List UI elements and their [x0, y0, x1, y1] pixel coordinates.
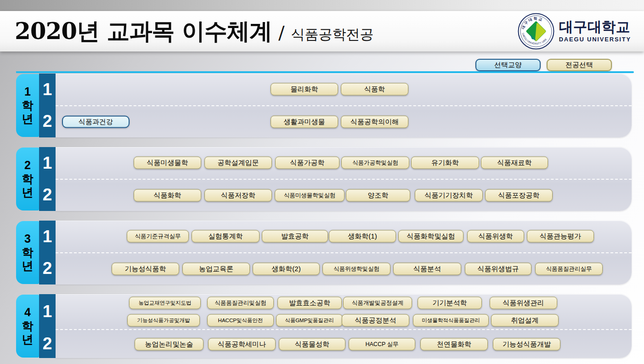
course-button[interactable]: HACCP 실무 — [349, 338, 415, 350]
section-body: 농업교재연구및지도법식품품질관리및실험발효효소공학식품개발및공정설계기기분석학식… — [56, 294, 632, 358]
semester-2-lane: 식품과건강생활과미생물식품공학의이해 — [56, 106, 632, 138]
course-button[interactable]: 유기화학 — [411, 157, 479, 169]
year-label-tab: 1학년 — [16, 74, 39, 137]
course-button[interactable]: 식품가공학및실험 — [341, 157, 409, 169]
course-button[interactable]: 발효효소공학 — [277, 297, 342, 309]
semester-number-column: 12 — [39, 147, 56, 211]
semester-1-lane: 물리화학식품학 — [56, 74, 632, 106]
semester-2-lane: 식품화학식품저장학식품미생물학및실험양조학식품기기장치학식품포장공학 — [56, 180, 632, 211]
semester-number-column: 12 — [39, 221, 56, 284]
course-button[interactable]: 취업설계 — [491, 314, 559, 327]
course-button[interactable]: HACCP및식품안전 — [207, 314, 274, 327]
year-label-line: 년 — [22, 259, 34, 273]
course-button[interactable]: 공학설계입문 — [204, 157, 272, 169]
semester-number: 2 — [39, 106, 56, 138]
semester-2-lane: 기능성식품학농업교육론생화학(2)식품위생학및실험식품분석식품위생법규식품품질관… — [56, 253, 632, 285]
course-button[interactable]: 생화학(2) — [253, 262, 320, 275]
year-label-line: 년 — [22, 333, 34, 347]
course-button[interactable]: 식품공정분석 — [342, 314, 409, 327]
course-button[interactable]: 미생물학적식품품질관리 — [413, 314, 489, 327]
course-button[interactable]: 식품포장공학 — [485, 189, 553, 201]
year-label-line: 년 — [22, 186, 34, 199]
course-button[interactable]: 식품공학세미나 — [208, 338, 276, 350]
course-button[interactable]: 양조학 — [346, 189, 410, 201]
top-gradient-bar — [0, 0, 644, 11]
title-separator: / — [278, 22, 284, 43]
course-button[interactable]: 식품품질관리및실험 — [207, 297, 274, 309]
course-button[interactable]: 발효공학 — [262, 230, 328, 243]
course-button[interactable]: 식품과건강 — [62, 115, 130, 128]
year-section-1: 1학년12물리화학식품학식품과건강생활과미생물식품공학의이해 — [16, 74, 632, 137]
course-button[interactable]: 기능성식품학 — [112, 262, 179, 275]
title-block: 2020년 교과목 이수체계 / 식품공학전공 — [15, 16, 373, 47]
course-button[interactable]: 식품미생물학및실험 — [275, 189, 345, 201]
course-button[interactable]: 실험통계학 — [192, 230, 260, 243]
course-button[interactable]: 기기분석학 — [418, 297, 482, 309]
course-button[interactable]: 식품기준규격실무 — [127, 230, 189, 243]
university-logo: 대 구 대 학 교 DAEGU UNIVERSITY 1956 대구대학교 DA… — [518, 13, 635, 50]
year-section-3: 3학년12식품기준규격실무실험통계학발효공학생화학(1)식품화학및실험식품위생학… — [16, 221, 632, 284]
cyan-accent-line — [16, 71, 634, 73]
year-section-4: 4학년12농업교재연구및지도법식품품질관리및실험발효효소공학식품개발및공정설계기… — [16, 294, 632, 358]
course-button[interactable]: 물리화학 — [271, 83, 338, 96]
course-button[interactable]: 식품위생법규 — [465, 262, 531, 275]
section-body: 식품미생물학공학설계입문식품가공학식품가공학및실험유기화학식품재료학식품화학식품… — [56, 147, 632, 211]
year-section-2: 2학년12식품미생물학공학설계입문식품가공학식품가공학및실험유기화학식품재료학식… — [16, 147, 632, 211]
course-button[interactable]: 천연물화학 — [420, 338, 488, 350]
course-button[interactable]: 식품물성학 — [279, 338, 345, 350]
course-button[interactable]: 기능성식품가공및개발 — [127, 314, 200, 327]
course-button[interactable]: 식품화학및실험 — [398, 230, 463, 243]
year-label-line: 학 — [22, 99, 34, 113]
course-row: 식품화학식품저장학식품미생물학및실험양조학식품기기장치학식품포장공학 — [56, 180, 632, 211]
legend-major-elective-button[interactable]: 전공선택 — [547, 59, 612, 71]
course-button[interactable]: 식품분석 — [393, 262, 461, 275]
course-row: 식품미생물학공학설계입문식품가공학식품가공학및실험유기화학식품재료학 — [56, 147, 632, 179]
course-button[interactable]: 농업교육론 — [182, 262, 250, 275]
course-button[interactable]: 식품가공학 — [275, 157, 339, 169]
course-button[interactable]: 식품품질관리실무 — [535, 262, 603, 275]
years: 1학년12물리화학식품학식품과건강생활과미생물식품공학의이해2학년12식품미생물… — [0, 74, 644, 358]
course-button[interactable]: 농업논리및논술 — [135, 338, 203, 350]
year-label-tab: 3학년 — [16, 221, 39, 284]
course-button[interactable]: 식품화학 — [134, 189, 201, 201]
semester-number: 1 — [39, 221, 56, 253]
year-label-line: 년 — [22, 112, 34, 126]
course-row: 농업논리및논술식품공학세미나식품물성학HACCP 실무천연물화학기능성식품개발 — [56, 330, 632, 358]
course-button[interactable]: 생활과미생물 — [271, 115, 338, 128]
university-name-en: DAEGU UNIVERSITY — [559, 36, 631, 43]
year-label-line: 학 — [22, 246, 34, 260]
semester-number: 2 — [39, 329, 56, 358]
course-button[interactable]: 식품위생학 — [467, 230, 524, 243]
semester-2-lane: 농업논리및논술식품공학세미나식품물성학HACCP 실무천연물화학기능성식품개발 — [56, 330, 632, 358]
section-body: 물리화학식품학식품과건강생활과미생물식품공학의이해 — [56, 74, 632, 137]
year-label-line: 학 — [22, 319, 34, 333]
course-row: 기능성식품가공및개발HACCP및식품안전식품GMP및품질관리식품공정분석미생물학… — [56, 312, 632, 329]
semester-number: 2 — [39, 253, 56, 285]
page-subtitle: 식품공학전공 — [291, 25, 373, 44]
course-row: 식품기준규격실무실험통계학발효공학생화학(1)식품화학및실험식품위생학식품관능평… — [56, 221, 632, 252]
course-button[interactable]: 식품개발및공정설계 — [343, 297, 412, 309]
course-button[interactable]: 식품학 — [341, 83, 408, 96]
course-button[interactable]: 식품관능평가 — [527, 230, 594, 243]
course-row: 농업교재연구및지도법식품품질관리및실험발효효소공학식품개발및공정설계기기분석학식… — [56, 294, 632, 312]
course-button[interactable]: 식품재료학 — [481, 157, 548, 169]
university-name-ko: 대구대학교 — [559, 20, 631, 35]
course-button[interactable]: 식품위생학및실험 — [322, 262, 390, 275]
course-button[interactable]: 농업교재연구및지도법 — [129, 297, 201, 309]
course-button[interactable]: 식품기기장치학 — [415, 189, 483, 201]
legend-liberal-elective-button[interactable]: 선택교양 — [475, 59, 541, 71]
course-button[interactable]: 기능성식품개발 — [493, 338, 560, 350]
year-label-tab: 2학년 — [16, 148, 39, 210]
course-button[interactable]: 식품미생물학 — [134, 157, 201, 169]
course-button[interactable]: 생화학(1) — [329, 230, 396, 243]
course-button[interactable]: 식품공학의이해 — [341, 115, 408, 128]
course-button[interactable]: 식품GMP및품질관리 — [276, 314, 343, 327]
year-label-line: 2 — [24, 159, 31, 172]
year-label-line: 4 — [24, 306, 31, 319]
page-title: 2020년 교과목 이수체계 — [15, 16, 272, 47]
semester-number: 2 — [39, 179, 56, 211]
course-button[interactable]: 식품위생관리 — [490, 297, 557, 309]
semester-1-lane: 식품기준규격실무실험통계학발효공학생화학(1)식품화학및실험식품위생학식품관능평… — [56, 221, 632, 253]
semester-1-lane: 농업교재연구및지도법식품품질관리및실험발효효소공학식품개발및공정설계기기분석학식… — [56, 294, 632, 330]
course-button[interactable]: 식품저장학 — [204, 189, 272, 201]
